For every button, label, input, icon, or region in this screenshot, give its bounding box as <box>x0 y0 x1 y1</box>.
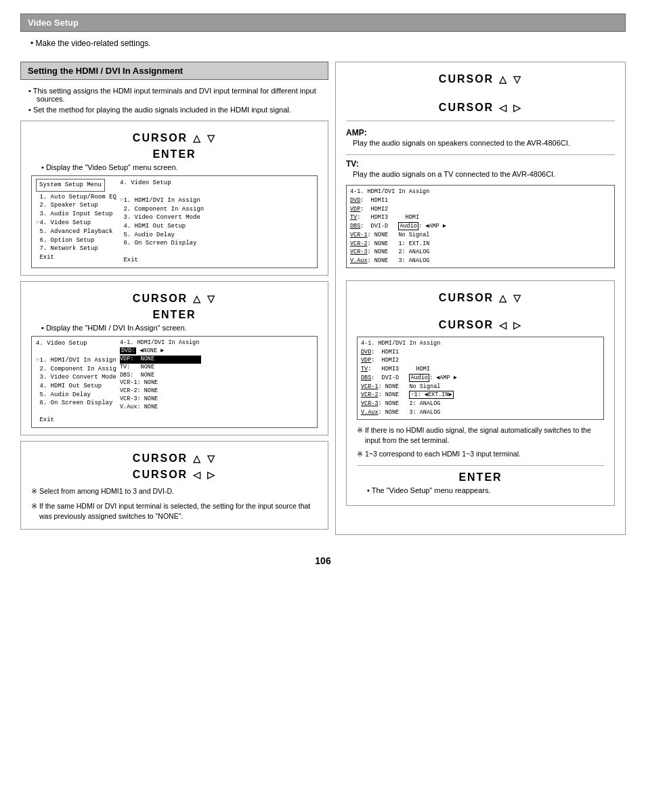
box3: CURSOR △ ▽ CURSOR ◁ ▷ ※ Select from amon… <box>20 441 328 530</box>
bottom-notes: ※ If there is no HDMI audio signal, the … <box>357 425 604 460</box>
cursor-ud-1: CURSOR △ ▽ <box>31 132 318 144</box>
cursor-ud-right: CURSOR △ ▽ <box>346 73 615 85</box>
header-title: Video Setup <box>28 18 79 28</box>
tv-desc: Play the audio signals on a TV connected… <box>353 169 615 180</box>
menu-screenshot-1: System Setup Menu 1. Auto Setup/Room EQ … <box>31 175 318 268</box>
box1-desc: • Display the "Video Setup" menu screen. <box>41 163 318 171</box>
amp-desc: Play the audio signals on speakers conne… <box>353 137 615 149</box>
box1: CURSOR △ ▽ ENTER • Display the "Video Se… <box>20 121 328 276</box>
cursor-lr-3: CURSOR ◁ ▷ <box>31 469 318 481</box>
table-screenshot-1: 4-1. HDMI/DVI In Assign DVD: HDMI1 VDP: … <box>346 185 615 268</box>
enter-1: ENTER <box>31 148 318 161</box>
tv-label: TV: <box>346 159 615 169</box>
enter-2: ENTER <box>31 309 318 321</box>
section-bullets: • This setting assigns the HDMI input te… <box>20 87 328 114</box>
separator-1 <box>346 121 615 121</box>
table-screenshot-2: 4-1. HDMI/DVI In Assign DVD: HDMI1 VDP: … <box>357 337 604 420</box>
cursor-lr-right-bottom: CURSOR ◁ ▷ <box>357 319 604 331</box>
box2: CURSOR △ ▽ ENTER • Display the "HDMI / D… <box>20 281 328 435</box>
tv-section: TV: Play the audio signals on a TV conne… <box>346 159 615 180</box>
right-column: CURSOR △ ▽ CURSOR ◁ ▷ AMP: Play the audi… <box>335 62 626 535</box>
box3-notes: ※ Select from among HDMI1 to 3 and DVI-D… <box>31 486 318 522</box>
intro-bullet: • Make the video-related settings. <box>30 39 626 48</box>
main-content: Setting the HDMI / DVI In Assignment • T… <box>20 62 626 535</box>
cursor-ud-3: CURSOR △ ▽ <box>31 452 318 465</box>
amp-label: AMP: <box>346 128 615 137</box>
right-top-cursors: CURSOR △ ▽ CURSOR ◁ ▷ <box>346 73 615 114</box>
cursor-ud-right-bottom: CURSOR △ ▽ <box>357 292 604 304</box>
right-bottom-section: CURSOR △ ▽ CURSOR ◁ ▷ 4-1. HDMI/DVI In A… <box>346 280 615 506</box>
enter-desc-right-bottom: • The "Video Setup" menu reappears. <box>367 486 604 494</box>
box2-desc: • Display the "HDMI / DVI In Assign" scr… <box>41 324 318 332</box>
amp-section: AMP: Play the audio signals on speakers … <box>346 128 615 149</box>
left-column: Setting the HDMI / DVI In Assignment • T… <box>20 62 328 535</box>
menu-screenshot-2: 4. Video Setup ☞1. HDMI/DVI In Assign 2.… <box>31 336 318 428</box>
page-number: 106 <box>20 555 626 566</box>
cursor-ud-2: CURSOR △ ▽ <box>31 293 318 305</box>
section-title: Setting the HDMI / DVI In Assignment <box>20 62 328 80</box>
video-setup-header: Video Setup <box>20 14 626 32</box>
cursor-lr-right: CURSOR ◁ ▷ <box>346 102 615 114</box>
enter-right-bottom: ENTER <box>357 471 604 484</box>
separator-2 <box>346 154 615 155</box>
